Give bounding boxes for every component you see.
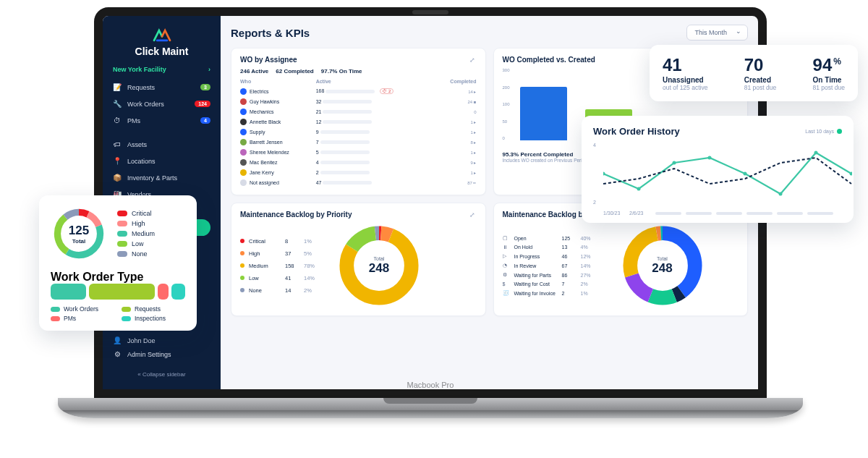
nav-icon: 🏷	[113, 140, 122, 148]
donut-status: Total248	[620, 223, 705, 308]
kpi-overlay-card: 41Unassignedout of 125 active 70Created8…	[650, 45, 858, 101]
meta-ontime: 97.7% On Time	[321, 68, 362, 75]
nav-label: Inventory & Parts	[127, 174, 177, 182]
table-row[interactable]: Annette Black 12 1 ▸	[240, 116, 477, 127]
list-item: ▢Open12540%	[503, 234, 598, 243]
list-item: ▷In Progress4612%	[503, 252, 598, 261]
kpi-created: 70Created81 post due	[744, 55, 776, 91]
chevron-right-icon: ›	[208, 66, 210, 73]
legend-item: PMs	[51, 315, 114, 322]
svg-point-14	[673, 161, 676, 165]
kpi-unassigned: 41Unassignedout of 125 active	[663, 55, 707, 91]
legend-item: Work Orders	[51, 305, 114, 313]
priority-overlay-card: 125Total CriticalHighMediumLowNone Work …	[39, 195, 197, 331]
list-item: Low4114%	[240, 272, 315, 284]
svg-point-18	[814, 151, 818, 155]
expand-icon[interactable]: ⤢	[469, 211, 477, 219]
nav-admin-settings[interactable]: ⚙Admin Settings	[113, 347, 210, 361]
legend-item: Critical	[117, 208, 155, 219]
table-row[interactable]: Mac Benitez 4 9 ▸	[240, 157, 477, 167]
svg-point-13	[637, 187, 641, 191]
donut-priority: Total248	[336, 223, 422, 308]
list-item: Medium15878%	[240, 260, 315, 272]
history-overlay-card: Work Order HistoryLast 10 days 42 1/30/2…	[582, 116, 854, 223]
facility-selector[interactable]: New York Facility›	[103, 66, 221, 79]
card-wo-by-assignee: WO by Assignee⤢ 246 Active 62 Completed …	[231, 48, 486, 195]
list-item: 🧾Waiting for Invoice21%	[503, 289, 598, 298]
facility-label: New York Facility	[113, 66, 166, 73]
legend-item: Low	[117, 239, 155, 249]
table-row[interactable]: Supply 9 1 ▸	[240, 127, 477, 137]
assignee-table: WhoActiveCompleted Electrics 168 ⏱ 2 14 …	[240, 79, 477, 187]
nav-label: Work Orders	[127, 101, 164, 108]
nav-badge: 3	[200, 84, 210, 90]
card-title: Work Order History	[593, 126, 680, 137]
table-row[interactable]: Sheree Melendez 5 1 ▸	[240, 147, 477, 157]
collapse-sidebar-button[interactable]: « Collapse sidebar	[103, 367, 221, 382]
card-title: WO by Assignee	[240, 56, 297, 64]
kpi-ontime: 94%On Time81 post due	[813, 55, 845, 91]
table-row[interactable]: Jane Kerry 2 1 ▸	[240, 167, 477, 177]
svg-point-17	[779, 192, 783, 196]
list-item: ◔In Review6714%	[503, 261, 598, 271]
user-menu[interactable]: 👤John Doe	[113, 334, 210, 347]
sidebar-item-assets[interactable]: 🏷Assets	[103, 136, 221, 153]
wot-stacked-bar	[51, 284, 185, 300]
table-row[interactable]: Electrics 168 ⏱ 2 14 ▸	[240, 86, 477, 96]
user-name: John Doe	[127, 337, 156, 344]
meta-completed: 62 Completed	[276, 68, 313, 75]
legend-item: Requests	[122, 305, 185, 313]
svg-point-16	[744, 172, 747, 176]
nav-icon: ⏱	[113, 116, 122, 124]
brand-name: Click Maint	[135, 46, 189, 57]
card-title: WO Completed vs. Created	[503, 56, 595, 64]
donut-priority-small: 125Total	[51, 205, 107, 262]
nav-icon: 🔧	[113, 100, 122, 108]
list-item: $Waiting for Cost72%	[503, 280, 598, 289]
table-row[interactable]: Barrett Jensen 7 8 ▸	[240, 137, 477, 147]
svg-point-15	[708, 156, 712, 160]
list-item: High375%	[240, 247, 315, 260]
avatar-icon: 👤	[113, 336, 122, 344]
nav-label: Requests	[127, 84, 155, 91]
nav-label: Assets	[127, 141, 147, 148]
sidebar-item-pms[interactable]: ⏱PMs4	[103, 112, 221, 129]
table-row[interactable]: Guy Hawkins 32 24 ■	[240, 96, 477, 106]
status-dot-icon	[837, 129, 842, 134]
nav-label: Locations	[127, 158, 156, 165]
nav-icon: 📝	[113, 83, 122, 91]
card-backlog-priority: Maintenance Backlog by Priority⤢ Critica…	[231, 203, 486, 316]
wot-title: Work Order Type	[51, 271, 185, 284]
card-title: Maintenance Backlog by Priority	[240, 211, 352, 219]
sidebar-item-work-orders[interactable]: 🔧Work Orders124	[103, 96, 221, 112]
sidebar-item-inventory-parts[interactable]: 📦Inventory & Parts	[103, 169, 221, 186]
meta-active: 246 Active	[240, 68, 268, 75]
list-item: ⏸On Hold134%	[503, 243, 598, 252]
nav-icon: 📍	[113, 157, 122, 165]
legend-item: Inspections	[122, 315, 185, 322]
sidebar-item-requests[interactable]: 📝Requests3	[103, 79, 221, 96]
list-item: None142%	[240, 284, 315, 297]
table-row[interactable]: Not assigned 47 87 ━	[240, 177, 477, 187]
expand-icon[interactable]: ⤢	[469, 56, 477, 64]
table-row[interactable]: Mechanics 21 0	[240, 106, 477, 116]
brand-logo-icon	[152, 27, 172, 43]
gear-icon: ⚙	[113, 350, 122, 358]
legend-item: Medium	[117, 229, 155, 239]
list-item: ⚙Waiting for Parts8627%	[503, 271, 598, 280]
nav-label: Admin Settings	[127, 351, 171, 358]
legend-item: High	[117, 219, 155, 229]
legend-item: None	[117, 249, 155, 259]
page-title: Reports & KPIs	[231, 27, 310, 39]
line-chart: 42 1/30/232/6/23	[593, 143, 842, 216]
nav-label: PMs	[127, 117, 140, 124]
period-select[interactable]: This Month	[686, 25, 748, 41]
nav-badge: 4	[200, 117, 210, 124]
list-item: Critical81%	[240, 235, 315, 247]
device-label: Macbook Pro	[407, 381, 454, 389]
brand-block: Click Maint	[103, 23, 221, 66]
nav-badge: 124	[195, 101, 210, 107]
nav-icon: 📦	[113, 174, 122, 182]
sidebar-item-locations[interactable]: 📍Locations	[103, 153, 221, 169]
